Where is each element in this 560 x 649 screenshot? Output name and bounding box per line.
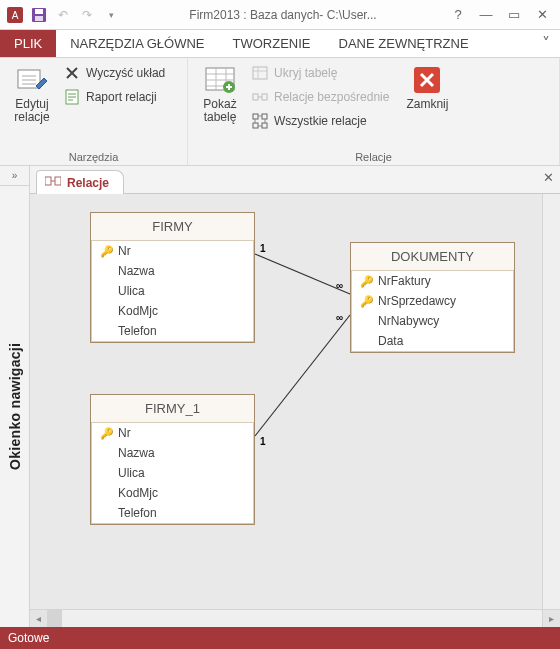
hide-table-button[interactable]: Ukryj tabelę [252,62,389,84]
svg-rect-13 [262,114,267,119]
status-text: Gotowe [8,631,49,645]
tab-file[interactable]: PLIK [0,30,56,57]
field-name: KodMjc [118,304,158,318]
key-icon: 🔑 [100,427,112,440]
table-row[interactable]: Data [352,331,513,351]
field-name: NrNabywcy [378,314,439,328]
relations-tab-icon [45,174,61,191]
undo-icon[interactable]: ↶ [52,4,74,26]
scroll-left-icon[interactable]: ◂ [30,610,48,627]
cardinality-many: ∞ [336,312,343,323]
svg-rect-11 [262,94,267,100]
table-row[interactable]: 🔑NrSprzedawcy [352,291,513,311]
vertical-scrollbar[interactable] [542,194,560,609]
field-name: Nr [118,426,131,440]
table-row[interactable]: 🔑Nr [92,241,253,261]
svg-rect-17 [45,177,51,185]
cardinality-many: ∞ [336,280,343,291]
redo-icon[interactable]: ↷ [76,4,98,26]
relation-report-icon [64,89,80,105]
workspace: » Okienko nawigacji Relacje ✕ 1 ∞ 1 [0,166,560,627]
table-row[interactable]: Telefon [92,503,253,523]
horizontal-scrollbar[interactable]: ◂ ▸ [30,609,560,627]
tab-relacje[interactable]: Relacje [36,170,124,194]
table-row[interactable]: Nazwa [92,443,253,463]
tab-close-icon[interactable]: ✕ [543,170,554,185]
close-relations-icon [411,64,443,96]
scroll-thumb[interactable] [48,610,62,627]
field-name: Nazwa [118,446,155,460]
cardinality-one: 1 [260,243,266,254]
edit-relations-icon [16,64,48,96]
qat-customize-icon[interactable]: ▾ [100,4,122,26]
cardinality-one: 1 [260,436,266,447]
hide-table-icon [252,65,268,81]
direct-relations-button[interactable]: Relacje bezpośrednie [252,86,389,108]
key-icon: 🔑 [100,245,112,258]
nav-expand-icon[interactable]: » [0,166,29,186]
ribbon-collapse-icon[interactable]: ˅ [532,30,560,57]
ribbon-tabs: PLIK NARZĘDZIA GŁÓWNE TWORZENIE DANE ZEW… [0,30,560,58]
scroll-right-icon[interactable]: ▸ [542,610,560,627]
key-icon: 🔑 [360,275,372,288]
direct-relations-icon [252,89,268,105]
svg-rect-15 [262,123,267,128]
all-relations-icon [252,113,268,129]
table-row[interactable]: Ulica [92,281,253,301]
tab-home[interactable]: NARZĘDZIA GŁÓWNE [56,30,218,57]
table-row[interactable]: Nazwa [92,261,253,281]
svg-rect-10 [253,94,258,100]
table-firmy[interactable]: FIRMY 🔑Nr Nazwa Ulica KodMjc Telefon [90,212,255,343]
quick-access-toolbar: A ↶ ↷ ▾ [4,4,122,26]
tab-create[interactable]: TWORZENIE [219,30,325,57]
clear-layout-label: Wyczyść układ [86,66,165,80]
clear-layout-button[interactable]: Wyczyść układ [64,62,165,84]
table-row[interactable]: NrNabywcy [352,311,513,331]
svg-rect-9 [253,67,267,79]
app-icon[interactable]: A [4,4,26,26]
all-relations-button[interactable]: Wszystkie relacje [252,110,389,132]
show-table-button[interactable]: Pokaż tabelę [194,62,246,124]
field-name: KodMjc [118,486,158,500]
direct-relations-label: Relacje bezpośrednie [274,90,389,104]
all-relations-label: Wszystkie relacje [274,114,367,128]
close-label: Zamknij [406,98,448,111]
edit-relations-button[interactable]: Edytuj relacje [6,62,58,124]
close-button[interactable]: Zamknij [401,62,453,111]
table-row[interactable]: KodMjc [92,301,253,321]
svg-line-20 [255,315,350,436]
key-icon: 🔑 [360,295,372,308]
help-icon[interactable]: ? [444,4,472,26]
relations-canvas-wrap: 1 ∞ 1 ∞ FIRMY 🔑Nr Nazwa Ulica KodMjc Tel… [30,194,560,627]
close-icon[interactable]: ✕ [528,4,556,26]
table-title: FIRMY [91,213,254,241]
maximize-icon[interactable]: ▭ [500,4,528,26]
window-controls: ? — ▭ ✕ [444,4,556,26]
svg-rect-18 [55,177,61,185]
table-row[interactable]: Ulica [92,463,253,483]
svg-line-19 [255,254,350,294]
table-row[interactable]: 🔑NrFaktury [352,271,513,291]
tab-relacje-label: Relacje [67,176,109,190]
table-row[interactable]: 🔑Nr [92,423,253,443]
minimize-icon[interactable]: — [472,4,500,26]
relation-report-button[interactable]: Raport relacji [64,86,165,108]
window-title: Firm2013 : Baza danych- C:\User... [122,8,444,22]
table-dokumenty[interactable]: DOKUMENTY 🔑NrFaktury 🔑NrSprzedawcy NrNab… [350,242,515,353]
field-name: Telefon [118,506,157,520]
clear-layout-icon [64,65,80,81]
svg-rect-3 [35,9,43,14]
field-name: Ulica [118,466,145,480]
save-icon[interactable] [28,4,50,26]
field-name: NrFaktury [378,274,431,288]
hide-table-label: Ukryj tabelę [274,66,337,80]
table-row[interactable]: KodMjc [92,483,253,503]
relations-canvas[interactable]: 1 ∞ 1 ∞ FIRMY 🔑Nr Nazwa Ulica KodMjc Tel… [30,194,542,609]
group-label-tools: Narzędzia [0,151,187,163]
table-row[interactable]: Telefon [92,321,253,341]
tab-external[interactable]: DANE ZEWNĘTRZNE [325,30,483,57]
table-firmy-1[interactable]: FIRMY_1 🔑Nr Nazwa Ulica KodMjc Telefon [90,394,255,525]
field-name: Telefon [118,324,157,338]
ribbon: Edytuj relacje Wyczyść układ Raport rela… [0,58,560,166]
navigation-pane[interactable]: » Okienko nawigacji [0,166,30,627]
